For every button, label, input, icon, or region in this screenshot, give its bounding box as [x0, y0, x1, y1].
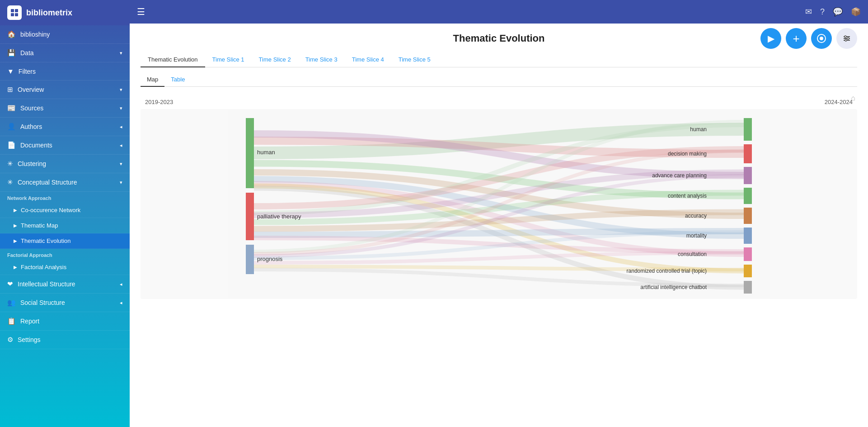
intellectual-label: Intellectual Structure [18, 280, 75, 288]
subtab-map[interactable]: Map [141, 73, 164, 87]
sankey-svg: human palliative therapy prognosis human… [141, 109, 857, 299]
factorial-analysis-label: Factorial Analysis [21, 264, 66, 270]
social-arrow: ◂ [120, 300, 122, 306]
period-labels: 2019-2023 2024-2024 [141, 99, 857, 105]
sources-arrow: ▾ [120, 105, 122, 111]
sidebar-item-co-occurrence[interactable]: ▶ Co-occurence Network [0, 203, 130, 218]
tab-time-slice-4[interactable]: Time Slice 4 [345, 52, 391, 67]
sidebar-sources-label: Sources [20, 104, 43, 112]
title-row: Thematic Evolution ▶ + [141, 33, 857, 44]
mail-icon[interactable]: ✉ [805, 7, 812, 17]
authors-arrow: ◂ [120, 124, 122, 130]
label-mortality: mortality [686, 232, 707, 239]
social-label: Social Structure [20, 299, 65, 306]
report-icon: 📋 [7, 317, 16, 325]
tab-time-slice-1[interactable]: Time Slice 1 [205, 52, 252, 67]
sidebar-item-overview[interactable]: ⊞ Overview ▾ [0, 81, 130, 99]
sidebar-item-data[interactable]: 💾 Data ▾ [0, 44, 130, 62]
sidebar-overview-label: Overview [18, 86, 44, 93]
help-icon[interactable]: ? [820, 7, 825, 17]
tab-time-slice-3[interactable]: Time Slice 3 [298, 52, 345, 67]
thematic-map-label: Thematic Map [21, 222, 58, 229]
home-icon: 🏠 [7, 30, 16, 38]
label-randomized: randomized controlled trial (topic) [627, 268, 707, 274]
play-button[interactable]: ▶ [760, 28, 781, 49]
clustering-icon: ✳ [7, 160, 13, 168]
sidebar-item-thematic-map[interactable]: ▶ Thematic Map [0, 218, 130, 233]
label-palliative-left: palliative therapy [257, 213, 301, 220]
sidebar-data-label: Data [20, 49, 34, 57]
tab-time-slice-5[interactable]: Time Slice 5 [391, 52, 438, 67]
svg-rect-1 [15, 9, 18, 12]
sidebar: bibliometrix 🏠 biblioshiny 💾 Data ▾ ▼ Fi… [0, 0, 130, 427]
svg-point-9 [845, 36, 846, 38]
sidebar-item-authors[interactable]: 👤 Authors ◂ [0, 118, 130, 136]
conceptual-icon: ✳ [7, 178, 13, 186]
sidebar-item-documents[interactable]: 📄 Documents ◂ [0, 136, 130, 155]
sidebar-item-intellectual-structure[interactable]: ❤ Intellectual Structure ◂ [0, 275, 130, 294]
right-node-content-analysis [744, 188, 752, 204]
data-icon: 💾 [7, 49, 16, 57]
period-left: 2019-2023 [145, 99, 173, 105]
settings-button[interactable] [836, 28, 857, 49]
sidebar-item-biblioshiny[interactable]: 🏠 biblioshiny [0, 25, 130, 44]
chat-icon[interactable]: 💬 [833, 7, 843, 17]
package-icon[interactable]: 📦 [851, 7, 861, 17]
right-node-advance-care [744, 167, 752, 184]
right-node-ai-chatbot [744, 281, 752, 294]
chart-home-icon[interactable]: ⌂ [851, 94, 855, 102]
svg-rect-2 [11, 13, 14, 16]
label-ai-chatbot: artificial intelligence chatbot [640, 284, 707, 290]
conceptual-arrow: ▾ [120, 180, 122, 185]
svg-point-10 [847, 38, 849, 39]
right-node-decision-making [744, 144, 752, 163]
svg-point-5 [820, 37, 823, 40]
right-node-human [744, 118, 752, 141]
hamburger-button[interactable]: ☰ [137, 6, 145, 17]
main-tabs: Thematic Evolution Time Slice 1 Time Sli… [141, 52, 857, 67]
right-node-mortality [744, 228, 752, 244]
clustering-arrow: ▾ [120, 161, 122, 167]
overview-arrow: ▾ [120, 87, 122, 93]
sidebar-item-social-structure[interactable]: 👥 Social Structure ◂ [0, 294, 130, 312]
eye-button[interactable] [811, 28, 832, 49]
overview-icon: ⊞ [7, 85, 13, 94]
intellectual-arrow: ◂ [120, 281, 122, 287]
tri-icon-map: ▶ [14, 223, 17, 228]
sidebar-header: bibliometrix [0, 0, 130, 25]
social-icon: 👥 [7, 299, 16, 307]
app-logo [7, 5, 22, 20]
action-buttons: ▶ + [760, 28, 857, 49]
factorial-approach-label: Factorial Approach [0, 249, 130, 260]
sources-icon: 📰 [7, 104, 16, 112]
sidebar-item-settings[interactable]: ⚙ Settings [0, 331, 130, 349]
app-name: bibliometrix [26, 8, 72, 18]
sidebar-item-report[interactable]: 📋 Report [0, 312, 130, 331]
svg-point-11 [845, 39, 847, 41]
sidebar-documents-label: Documents [20, 142, 52, 149]
settings-label: Settings [18, 336, 41, 343]
add-button[interactable]: + [786, 28, 807, 49]
sidebar-clustering-label: Clustering [18, 160, 46, 167]
sidebar-item-clustering[interactable]: ✳ Clustering ▾ [0, 155, 130, 173]
label-consultation: consultation [678, 251, 707, 257]
sidebar-item-conceptual-structure[interactable]: ✳ Conceptual Structure ▾ [0, 173, 130, 192]
report-label: Report [20, 318, 39, 325]
sidebar-item-factorial-analysis[interactable]: ▶ Factorial Analysis [0, 260, 130, 275]
sidebar-biblioshiny-label: biblioshiny [20, 31, 50, 38]
sidebar-filters-label: Filters [19, 68, 36, 75]
tab-time-slice-2[interactable]: Time Slice 2 [252, 52, 298, 67]
thematic-evolution-sidebar-label: Thematic Evolution [21, 237, 71, 244]
sidebar-item-thematic-evolution[interactable]: ▶ Thematic Evolution [0, 233, 130, 249]
settings-icon: ⚙ [7, 336, 13, 344]
data-arrow: ▾ [120, 50, 122, 56]
label-content-analysis: content analysis [668, 193, 707, 199]
svg-rect-0 [11, 9, 14, 12]
tab-thematic-evolution[interactable]: Thematic Evolution [141, 52, 205, 67]
right-node-accuracy [744, 208, 752, 224]
sidebar-authors-label: Authors [20, 123, 42, 130]
sidebar-item-filters[interactable]: ▼ Filters [0, 62, 130, 81]
subtab-table[interactable]: Table [164, 73, 191, 87]
main-content: Thematic Evolution ▶ + [130, 24, 868, 427]
sidebar-item-sources[interactable]: 📰 Sources ▾ [0, 99, 130, 118]
